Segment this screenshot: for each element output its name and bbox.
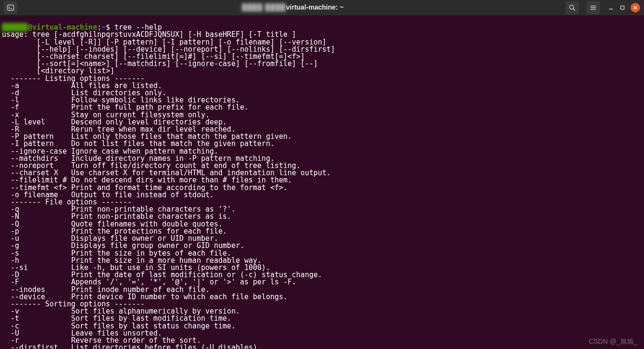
maximize-icon <box>620 5 625 11</box>
menu-button[interactable] <box>586 1 600 14</box>
svg-line-2 <box>573 9 575 10</box>
search-button[interactable] <box>565 1 579 14</box>
title-user-blur: ████ ████ <box>242 3 286 11</box>
title-suffix: virtual-machine: ~ <box>286 3 344 11</box>
close-button[interactable] <box>631 3 640 12</box>
svg-rect-7 <box>621 6 624 10</box>
close-icon <box>633 5 638 10</box>
new-tab-button[interactable] <box>4 1 17 14</box>
maximize-button[interactable] <box>619 4 626 11</box>
search-icon <box>568 4 576 11</box>
hamburger-icon <box>589 4 597 11</box>
svg-rect-0 <box>8 5 14 11</box>
command-output: usage: tree [-acdfghilnpqrstuvxACDFJQNSU… <box>2 31 642 349</box>
window-title: ████ ████virtual-machine: ~ <box>20 4 565 11</box>
terminal-icon <box>7 4 14 11</box>
minimize-icon <box>608 5 614 11</box>
watermark: CSDN @_旭旭_ <box>589 338 637 345</box>
minimize-button[interactable] <box>608 4 614 11</box>
window-titlebar: ████ ████virtual-machine: ~ <box>0 0 644 15</box>
terminal-viewport[interactable]: ██████@virtual-machine:~$ tree --help us… <box>0 15 644 349</box>
